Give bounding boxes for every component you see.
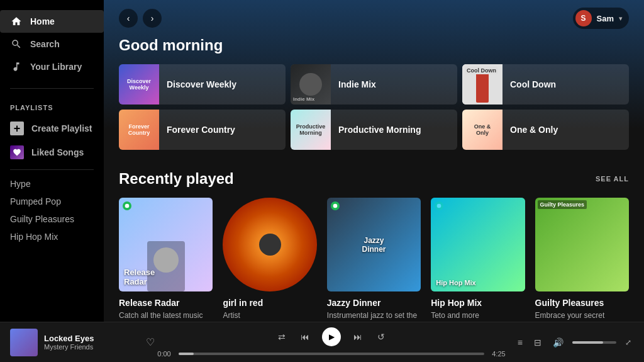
playlist-card-productive-morning[interactable]: ProductiveMorning Productive Morning xyxy=(291,110,457,150)
playlists-label: PLAYLISTS xyxy=(0,94,104,116)
playlist-card-indie-mix[interactable]: Indie Mix Indie Mix xyxy=(291,64,457,105)
rp-name-girl-in-red: girl in red xyxy=(223,298,316,308)
create-playlist-button[interactable]: + Create Playlist xyxy=(0,116,104,140)
progress-bar[interactable] xyxy=(179,353,484,355)
sidebar-divider xyxy=(10,88,94,89)
devices-button[interactable]: ⊟ xyxy=(531,335,544,350)
library-icon xyxy=(10,60,23,73)
rp-img-girl-in-red xyxy=(223,198,316,291)
content-area: Good morning DiscoverWeekly Discover Wee… xyxy=(104,37,644,322)
repeat-button[interactable]: ↺ xyxy=(375,329,387,344)
recently-played-grid: ReleaseRadar Release Radar Catch all the… xyxy=(119,198,629,322)
play-pause-button[interactable]: ▶ xyxy=(322,327,341,346)
player-track-info: Locked Eyes Mystery Friends xyxy=(44,334,140,351)
playlist-name-forever-country: Forever Country xyxy=(159,125,243,135)
time-current: 0:00 xyxy=(155,350,174,358)
playlist-grid: DiscoverWeekly Discover Weekly Indie Mix… xyxy=(119,64,629,150)
rp-name-jazzy-dinner: Jazzy Dinner xyxy=(327,298,421,308)
rp-desc-release-radar: Catch all the latest music from artists … xyxy=(119,310,213,322)
sidebar-item-hype[interactable]: Hype xyxy=(0,175,104,193)
rp-img-jazzy-dinner: JazzyDinner xyxy=(327,198,421,291)
rp-img-guilty-pleasures: Guilty Pleasures xyxy=(535,198,629,291)
plus-icon: + xyxy=(10,122,24,135)
sidebar: Home Search Your Library PLAYLISTS + Cre… xyxy=(0,0,104,322)
rp-name-hip-hop-mix: Hip Hop Mix xyxy=(431,298,525,308)
heart-icon xyxy=(10,145,24,159)
player-controls: ⇄ ⏮ ▶ ⏭ ↺ xyxy=(275,327,387,346)
sidebar-divider-2 xyxy=(10,169,94,170)
search-icon xyxy=(10,38,23,50)
svg-point-0 xyxy=(125,204,130,208)
sidebar-item-home[interactable]: Home xyxy=(0,10,104,33)
next-button[interactable]: ⏭ xyxy=(351,329,365,344)
player-track-artist: Mystery Friends xyxy=(44,343,140,351)
rp-img-hip-hop-mix: Hip Hop Mix xyxy=(431,198,525,291)
volume-bar[interactable] xyxy=(572,341,616,344)
rp-desc-guilty-pleasures: Embrace your secret favorites. xyxy=(535,310,629,322)
player-track-name: Locked Eyes xyxy=(44,334,140,343)
shuffle-button[interactable]: ⇄ xyxy=(275,329,288,344)
player-left: Locked Eyes Mystery Friends ♡ xyxy=(10,329,155,356)
greeting: Good morning xyxy=(119,37,629,54)
sidebar-item-search[interactable]: Search xyxy=(0,33,104,55)
player-thumbnail xyxy=(10,329,38,356)
sidebar-nav: Home Search Your Library xyxy=(0,5,104,83)
rp-card-jazzy-dinner[interactable]: JazzyDinner Jazzy Dinner Instrumental ja… xyxy=(327,198,421,322)
svg-point-1 xyxy=(333,204,337,208)
sidebar-item-pumped-pop[interactable]: Pumped Pop xyxy=(0,193,104,210)
avatar: S xyxy=(575,10,592,26)
playlist-name-discover-weekly: Discover Weekly xyxy=(159,79,244,89)
playlist-card-one-and-only[interactable]: One &Only One & Only xyxy=(462,110,629,150)
sidebar-item-library[interactable]: Your Library xyxy=(0,55,104,78)
user-menu[interactable]: S Sam ▾ xyxy=(573,8,629,29)
rp-card-hip-hop-mix[interactable]: Hip Hop Mix Hip Hop Mix Teto and more xyxy=(431,198,525,322)
back-button[interactable]: ‹ xyxy=(119,9,138,28)
progress-row: 0:00 4:25 xyxy=(155,350,508,358)
home-icon xyxy=(10,15,23,28)
volume-fill xyxy=(572,341,603,344)
spotify-badge xyxy=(123,201,131,210)
previous-button[interactable]: ⏮ xyxy=(298,329,312,344)
queue-button[interactable]: ≡ xyxy=(515,335,525,350)
rp-card-girl-in-red[interactable]: girl in red Artist xyxy=(223,198,316,322)
playlist-img-cool-down: Cool Down xyxy=(462,64,502,105)
heart-button[interactable]: ♡ xyxy=(146,336,155,348)
volume-button[interactable]: 🔊 xyxy=(550,335,566,350)
playlist-img-one-and-only: One &Only xyxy=(462,110,502,150)
chevron-down-icon: ▾ xyxy=(619,14,623,23)
player-bar: Locked Eyes Mystery Friends ♡ ⇄ ⏮ ▶ ⏭ ↺ … xyxy=(0,322,644,362)
playlist-card-discover-weekly[interactable]: DiscoverWeekly Discover Weekly xyxy=(119,64,286,105)
rp-img-release-radar: ReleaseRadar xyxy=(119,198,213,291)
see-all-button[interactable]: SEE ALL xyxy=(596,175,629,183)
progress-fill xyxy=(179,353,194,355)
rp-card-release-radar[interactable]: ReleaseRadar Release Radar Catch all the… xyxy=(119,198,213,322)
playlist-card-cool-down[interactable]: Cool Down Cool Down xyxy=(462,64,629,105)
user-name: Sam xyxy=(597,14,614,23)
playlist-name-productive-morning: Productive Morning xyxy=(331,125,428,135)
playlist-name-one-and-only: One & Only xyxy=(502,125,565,135)
spotify-badge-jazzy xyxy=(331,201,340,210)
player-right: ≡ ⊟ 🔊 ⤢ xyxy=(508,335,634,350)
playlist-card-forever-country[interactable]: ForeverCountry Forever Country xyxy=(119,110,286,150)
sidebar-item-guilty-pleasures[interactable]: Guilty Pleasures xyxy=(0,210,104,228)
recently-played-header: Recently played SEE ALL xyxy=(119,170,629,188)
playlist-img-forever-country: ForeverCountry xyxy=(119,110,159,150)
rp-desc-girl-in-red: Artist xyxy=(223,310,316,321)
topbar: ‹ › S Sam ▾ xyxy=(104,0,644,37)
rp-card-guilty-pleasures[interactable]: Guilty Pleasures Guilty Pleasures Embrac… xyxy=(535,198,629,322)
sidebar-item-hip-hop-mix[interactable]: Hip Hop Mix xyxy=(0,228,104,246)
liked-songs-button[interactable]: Liked Songs xyxy=(0,140,104,164)
playlist-img-discover-weekly: DiscoverWeekly xyxy=(119,64,159,105)
main-content: ‹ › S Sam ▾ Good morning DiscoverWeekly … xyxy=(104,0,644,322)
fullscreen-button[interactable]: ⤢ xyxy=(623,336,634,349)
rp-desc-hip-hop-mix: Teto and more xyxy=(431,310,525,321)
player-center: ⇄ ⏮ ▶ ⏭ ↺ 0:00 4:25 xyxy=(155,327,508,358)
playlist-name-cool-down: Cool Down xyxy=(502,79,564,89)
forward-button[interactable]: › xyxy=(143,9,162,28)
playlist-name-indie-mix: Indie Mix xyxy=(331,79,384,89)
playlist-img-indie-mix: Indie Mix xyxy=(291,64,331,105)
rp-name-release-radar: Release Radar xyxy=(119,298,213,308)
recently-played-title: Recently played xyxy=(119,170,234,188)
nav-buttons: ‹ › xyxy=(119,9,162,28)
time-total: 4:25 xyxy=(489,350,508,358)
